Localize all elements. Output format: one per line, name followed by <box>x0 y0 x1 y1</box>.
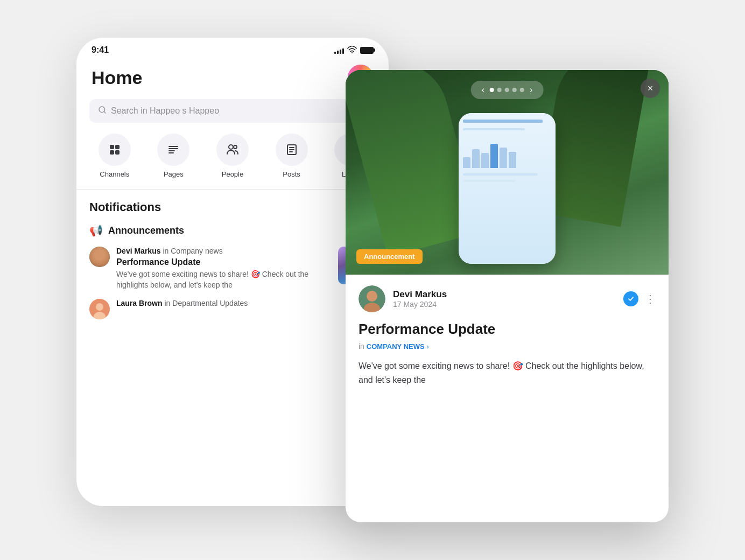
card-image: Announcement ‹ › × <box>346 70 669 275</box>
announcements-label: Announcements <box>108 225 184 236</box>
card-channel-link[interactable]: in COMPANY NEWS › <box>359 342 656 351</box>
verified-icon <box>623 291 638 306</box>
page-title: Home <box>92 67 142 88</box>
svg-point-18 <box>367 291 377 300</box>
notifications-title: Notifications <box>89 200 376 214</box>
card-author-name: Devi Markus <box>393 289 616 300</box>
close-button[interactable]: × <box>641 79 660 98</box>
card-excerpt: We've got some exciting news to share! 🎯… <box>359 359 656 387</box>
post-author-name: Devi Markus <box>116 247 160 255</box>
megaphone-icon: 📢 <box>89 224 103 237</box>
svg-rect-5 <box>115 150 120 155</box>
announcements-left: 📢 Announcements <box>89 224 184 237</box>
post-author-line: Devi Markus in Company news <box>116 247 332 255</box>
status-time: 9:41 <box>92 45 109 55</box>
post-author-info: Devi Markus in Company news Performance … <box>116 247 332 290</box>
post-author-avatar <box>89 247 110 267</box>
channel-prefix: in <box>359 342 364 351</box>
pages-label: Pages <box>164 170 184 178</box>
announcements-header: 📢 Announcements 5 <box>89 223 376 238</box>
svg-rect-2 <box>110 145 114 149</box>
second-post-author-line: Laura Brown in Departmental Updates <box>116 299 376 307</box>
phone-in-hand <box>459 113 556 264</box>
home-header: Home <box>76 59 389 99</box>
battery-icon <box>360 47 374 54</box>
quick-link-pages[interactable]: Pages <box>144 134 203 178</box>
status-bar: 9:41 <box>76 38 389 59</box>
post-channel: in Company news <box>163 247 222 255</box>
card-post-title: Performance Update <box>359 321 656 338</box>
people-icon <box>216 134 249 166</box>
pagination-dots: ‹ › <box>471 81 544 99</box>
chevron-right-icon: › <box>427 342 429 351</box>
wifi-icon <box>347 46 357 55</box>
channels-icon <box>99 134 131 166</box>
svg-point-6 <box>229 145 233 149</box>
detail-card: Announcement ‹ › × <box>346 70 669 522</box>
prev-button[interactable]: ‹ <box>480 85 487 95</box>
channels-label: Channels <box>100 170 129 178</box>
status-icons <box>334 46 374 55</box>
card-channel-name: COMPANY NEWS <box>367 342 425 351</box>
card-author-row: Devi Markus 17 May 2024 ⋮ <box>359 285 656 312</box>
dot-4 <box>512 88 517 92</box>
quick-links: Channels Pages <box>76 134 389 189</box>
second-post-author-info: Laura Brown in Departmental Updates <box>116 299 376 310</box>
scene: 9:41 <box>76 38 669 522</box>
dot-3 <box>505 88 509 92</box>
second-post-channel: in Departmental Updates <box>164 299 248 307</box>
card-author-avatar <box>359 285 385 312</box>
svg-point-7 <box>234 145 237 149</box>
laura-avatar <box>89 299 110 319</box>
search-icon <box>98 106 107 116</box>
card-author-actions: ⋮ <box>623 291 656 306</box>
next-button[interactable]: › <box>528 85 535 95</box>
quick-link-channels[interactable]: Channels <box>85 134 144 178</box>
svg-point-13 <box>96 303 103 311</box>
dot-5 <box>520 88 524 92</box>
plant-background <box>346 70 669 275</box>
people-label: People <box>222 170 243 178</box>
card-author-meta: Devi Markus 17 May 2024 <box>393 289 616 309</box>
more-options-icon[interactable]: ⋮ <box>645 292 656 305</box>
second-post-item[interactable]: Laura Brown in Departmental Updates <box>89 299 376 319</box>
search-bar[interactable]: Search in Happeo s Happeo <box>89 99 376 123</box>
post-item[interactable]: Devi Markus in Company news Performance … <box>89 247 376 290</box>
svg-rect-3 <box>115 145 120 149</box>
posts-label: Posts <box>283 170 300 178</box>
post-excerpt: We've got some exciting news to share! 🎯… <box>116 269 332 290</box>
posts-icon <box>276 134 308 166</box>
card-content: Devi Markus 17 May 2024 ⋮ Performance Up… <box>346 275 669 397</box>
quick-link-people[interactable]: People <box>203 134 262 178</box>
dot-2 <box>497 88 502 92</box>
second-author-name: Laura Brown <box>116 299 163 307</box>
post-title: Performance Update <box>116 257 332 267</box>
notifications-section: Notifications 📢 Announcements 5 Devi Mar… <box>76 190 389 337</box>
phone-background: 9:41 <box>76 38 389 506</box>
svg-point-0 <box>352 52 353 53</box>
search-placeholder: Search in Happeo s Happeo <box>111 106 219 116</box>
pages-icon <box>157 134 189 166</box>
dot-1 <box>490 88 494 92</box>
card-author-date: 17 May 2024 <box>393 300 616 309</box>
phone-screen <box>459 113 556 264</box>
svg-rect-4 <box>110 150 114 155</box>
quick-link-posts[interactable]: Posts <box>262 134 321 178</box>
signal-icon <box>334 46 344 54</box>
announcement-badge: Announcement <box>356 249 423 264</box>
